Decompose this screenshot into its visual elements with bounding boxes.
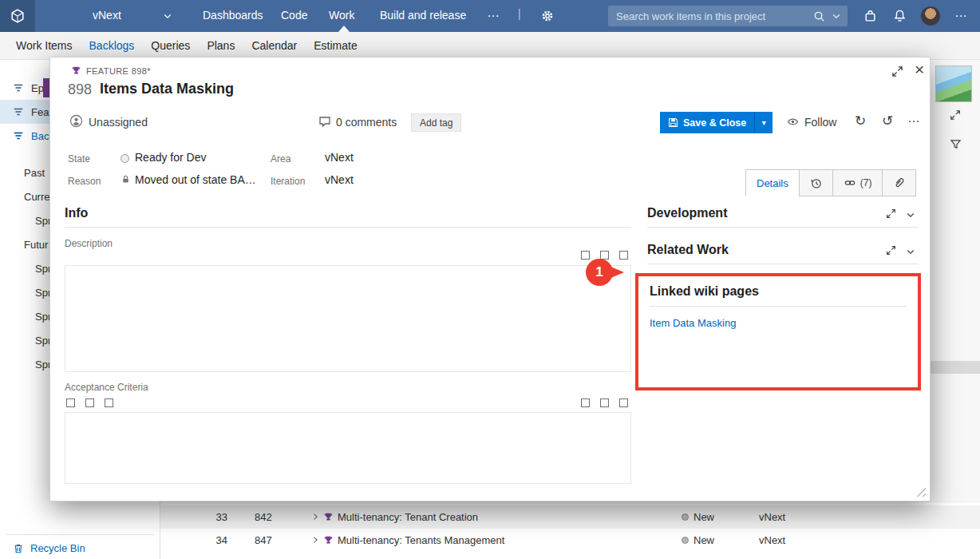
area-label: Area xyxy=(271,153,290,165)
state-field[interactable]: Ready for Dev xyxy=(135,151,206,164)
feature-type-icon xyxy=(71,65,81,76)
right-panel-strip xyxy=(931,60,980,559)
work-item-id: 842 xyxy=(255,511,272,523)
marketplace-bag-icon[interactable] xyxy=(863,9,877,22)
notifications-bell-icon[interactable] xyxy=(893,9,907,22)
nav-item-code[interactable]: Code xyxy=(281,9,307,22)
top-navigation-bar: vNext Dashboards Code Work Build and rel… xyxy=(0,0,980,32)
search-scope-chevron-icon[interactable] xyxy=(832,11,841,21)
table-row[interactable]: 34 847 Multi-tenancy: Tenants Management… xyxy=(160,529,980,552)
collapse-chevron-icon[interactable] xyxy=(906,210,915,220)
account-overflow-ellipsis[interactable]: … xyxy=(954,6,967,20)
description-field[interactable] xyxy=(65,265,631,372)
follow-button[interactable]: Follow xyxy=(804,116,836,129)
annotation-badge-1: 1 xyxy=(586,259,630,287)
editor-toolbar-square-icon[interactable] xyxy=(85,398,94,407)
work-item-title-field[interactable]: Items Data Masking xyxy=(100,81,234,97)
tab-attachments[interactable] xyxy=(882,169,916,196)
tab-details[interactable]: Details xyxy=(745,169,800,196)
nav-item-work[interactable]: Work xyxy=(329,9,354,22)
paperclip-icon xyxy=(893,177,905,189)
feature-type-icon xyxy=(323,512,334,522)
expand-chevron-icon[interactable] xyxy=(310,535,320,545)
filter-funnel-icon[interactable] xyxy=(950,138,962,150)
editor-toolbar-square-icon[interactable] xyxy=(66,398,75,407)
feature-type-icon xyxy=(323,535,334,545)
add-tag-button[interactable]: Add tag xyxy=(411,113,461,132)
chart-thumbnail[interactable] xyxy=(935,65,972,102)
nav-item-dashboards[interactable]: Dashboards xyxy=(203,9,263,22)
work-item-iteration: vNext xyxy=(759,511,785,523)
dialog-resize-grip[interactable] xyxy=(915,486,926,497)
expand-chevron-icon[interactable] xyxy=(310,512,320,521)
area-field[interactable]: vNext xyxy=(325,151,354,164)
maximize-icon[interactable] xyxy=(891,65,903,77)
subnav-plans[interactable]: Plans xyxy=(207,39,235,52)
refresh-icon[interactable]: ↻ xyxy=(855,114,866,128)
nav-divider: | xyxy=(518,7,521,20)
tab-links[interactable]: (7) xyxy=(832,169,883,196)
revert-icon[interactable]: ↺ xyxy=(882,114,893,128)
linked-wiki-pages-heading: Linked wiki pages xyxy=(650,284,907,299)
collapse-chevron-icon[interactable] xyxy=(906,247,915,256)
links-count: (7) xyxy=(860,177,872,188)
section-divider xyxy=(65,227,631,228)
more-actions-ellipsis[interactable]: … xyxy=(907,112,921,125)
history-clock-icon xyxy=(810,177,822,189)
subnav-work-items[interactable]: Work Items xyxy=(16,39,73,52)
settings-gear-icon[interactable] xyxy=(541,10,554,22)
section-divider xyxy=(647,227,919,228)
comments-count[interactable]: 0 comments xyxy=(336,116,397,129)
tab-history[interactable] xyxy=(799,169,833,196)
search-icon[interactable] xyxy=(813,10,825,22)
iteration-label: Iteration xyxy=(271,176,305,187)
backlog-level-icon xyxy=(13,106,24,117)
project-chevron-icon[interactable] xyxy=(163,11,172,21)
sidebar-divider xyxy=(6,534,153,535)
editor-toolbar-square-icon[interactable] xyxy=(105,398,113,407)
comment-icon xyxy=(318,115,331,128)
user-avatar[interactable] xyxy=(921,6,940,26)
expand-section-icon[interactable] xyxy=(886,208,896,219)
expand-chart-icon[interactable] xyxy=(950,109,961,121)
nav-item-build-and-release[interactable]: Build and release xyxy=(380,9,466,22)
editor-toolbar-square-icon[interactable] xyxy=(581,398,590,407)
work-item-title: Multi-tenancy: Tenants Management xyxy=(338,534,504,546)
acceptance-editor-toolbar-right xyxy=(581,398,628,407)
acceptance-criteria-field[interactable] xyxy=(65,412,631,484)
subnav-queries[interactable]: Queries xyxy=(151,39,190,52)
iteration-label: Curre xyxy=(24,191,50,203)
section-divider xyxy=(650,306,907,307)
subnav-estimate[interactable]: Estimate xyxy=(314,39,357,52)
recycle-bin-link[interactable]: Recycle Bin xyxy=(0,542,160,554)
work-item-state: New xyxy=(694,534,714,546)
subnav-backlogs[interactable]: Backlogs xyxy=(89,39,135,52)
annotation-badge-pointer xyxy=(609,266,624,279)
azure-devops-logo[interactable] xyxy=(0,0,35,32)
recycle-bin-icon xyxy=(13,543,24,554)
save-options-chevron-icon[interactable]: ▾ xyxy=(754,112,773,133)
work-item-search-box[interactable] xyxy=(608,6,848,26)
search-input[interactable] xyxy=(608,10,813,22)
section-divider xyxy=(647,264,919,264)
state-color-dot xyxy=(682,513,689,521)
expand-section-icon[interactable] xyxy=(886,245,896,256)
reason-field[interactable]: Moved out of state BA… xyxy=(135,173,256,186)
nav-overflow-ellipsis[interactable]: … xyxy=(487,6,500,20)
editor-toolbar-square-icon[interactable] xyxy=(619,398,628,407)
table-row[interactable]: 33 842 Multi-tenancy: Tenant Creation Ne… xyxy=(160,505,980,529)
subnav-calendar[interactable]: Calendar xyxy=(251,39,297,52)
close-icon[interactable]: × xyxy=(915,60,924,79)
work-hub-sub-navigation: Work Items Backlogs Queries Plans Calend… xyxy=(0,32,980,60)
horizontal-scrollbar[interactable] xyxy=(931,361,980,374)
project-name[interactable]: vNext xyxy=(93,9,121,22)
wiki-page-link[interactable]: Item Data Masking xyxy=(650,317,736,329)
save-icon xyxy=(668,117,678,128)
assigned-to-field[interactable]: Unassigned xyxy=(89,116,148,129)
row-number: 33 xyxy=(207,511,227,523)
save-and-close-split-button[interactable]: Save & Close ▾ xyxy=(660,112,773,133)
iteration-field[interactable]: vNext xyxy=(325,173,354,186)
recycle-bin-label: Recycle Bin xyxy=(30,542,85,554)
acceptance-editor-toolbar xyxy=(66,398,113,407)
editor-toolbar-square-icon[interactable] xyxy=(600,398,609,407)
